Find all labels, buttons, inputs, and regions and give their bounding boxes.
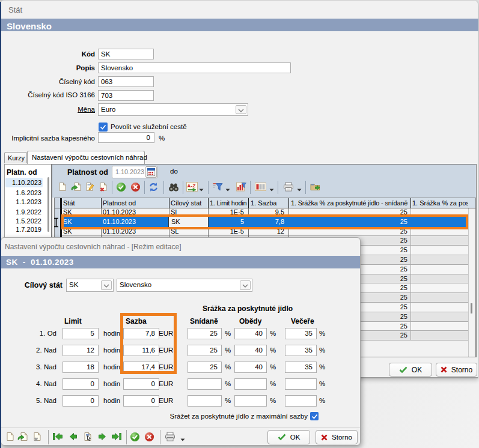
svg-text:Z: Z [193,183,196,189]
